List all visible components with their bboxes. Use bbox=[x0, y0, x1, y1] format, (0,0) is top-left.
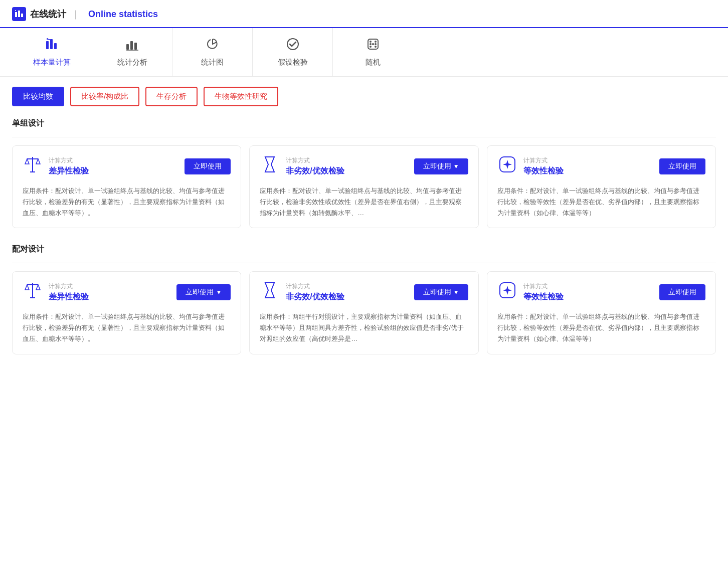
svg-point-17 bbox=[370, 46, 372, 48]
svg-rect-10 bbox=[130, 41, 133, 50]
section-divider-1 bbox=[12, 137, 716, 137]
card-info-equiv-1: 计算方式 等效性检验 bbox=[523, 156, 564, 176]
svg-rect-9 bbox=[126, 44, 129, 50]
use-btn-noninf-1[interactable]: 立即使用 ▼ bbox=[414, 158, 468, 174]
card-name-noninf-1: 非劣效/优效检验 bbox=[286, 166, 344, 176]
calc-label-noninf-1: 计算方式 bbox=[286, 156, 344, 165]
card-header-noninf-2: 计算方式 非劣效/优效检验 立即使用 ▼ bbox=[260, 281, 468, 303]
svg-rect-5 bbox=[50, 39, 53, 49]
tab-sample-size[interactable]: 样本量计算 bbox=[12, 28, 92, 76]
tab-stats-label: 统计分析 bbox=[117, 58, 147, 67]
card-info-noninf-1: 计算方式 非劣效/优效检验 bbox=[286, 156, 344, 176]
card-noninf-test-1: 计算方式 非劣效/优效检验 立即使用 ▼ 应用条件：配对设计、单一试验组终点与基… bbox=[249, 145, 478, 228]
svg-rect-0 bbox=[15, 12, 17, 17]
section-title-single: 单组设计 bbox=[12, 118, 716, 129]
svg-line-8 bbox=[47, 39, 51, 40]
card-info-noninf-2: 计算方式 非劣效/优效检验 bbox=[286, 282, 344, 302]
header-inner: 在线统计 ｜ Online statistics bbox=[12, 7, 716, 27]
card-header-equiv-1: 计算方式 等效性检验 立即使用 bbox=[497, 155, 705, 177]
calc-label-noninf-2: 计算方式 bbox=[286, 282, 344, 291]
svg-rect-11 bbox=[134, 43, 137, 50]
svg-rect-2 bbox=[21, 14, 23, 17]
nav-tabs: 样本量计算 统计分析 统计图 假设 bbox=[0, 28, 728, 77]
svg-rect-1 bbox=[18, 11, 20, 17]
sub-tab-compare-mean[interactable]: 比较均数 bbox=[12, 87, 64, 106]
stats-chart-icon bbox=[206, 37, 220, 55]
card-equiv-test-1: 计算方式 等效性检验 立即使用 应用条件：配对设计、单一试验组终点与基线的比较、… bbox=[487, 145, 716, 228]
tab-chart-label: 统计图 bbox=[201, 58, 224, 67]
sample-size-icon bbox=[45, 37, 59, 55]
sub-tab-bioequiv[interactable]: 生物等效性研究 bbox=[204, 87, 278, 106]
sub-tab-survival[interactable]: 生存分析 bbox=[145, 87, 198, 106]
tab-stats-chart[interactable]: 统计图 bbox=[172, 28, 253, 76]
hourglass-icon-1 bbox=[260, 155, 280, 177]
btn-arrow-noninf-1: ▼ bbox=[453, 163, 459, 170]
tab-stats-analysis[interactable]: 统计分析 bbox=[92, 28, 172, 76]
card-diff-test-2: 计算方式 差异性检验 立即使用 ▼ 应用条件：配对设计、单一试验组终点与基线的比… bbox=[12, 271, 241, 354]
sub-tabs: 比较均数 比较率/构成比 生存分析 生物等效性研究 bbox=[12, 87, 716, 106]
tab-random-label: 随机 bbox=[366, 58, 381, 67]
btn-arrow-noninf-2: ▼ bbox=[453, 289, 459, 296]
card-header-noninf-1: 计算方式 非劣效/优效检验 立即使用 ▼ bbox=[260, 155, 468, 177]
app-logo-icon bbox=[12, 7, 26, 21]
section-paired-cards: 计算方式 差异性检验 立即使用 ▼ 应用条件：配对设计、单一试验组终点与基线的比… bbox=[12, 271, 716, 354]
tab-hypothesis-label: 假设检验 bbox=[278, 58, 308, 67]
card-header-equiv-2: 计算方式 等效性检验 立即使用 bbox=[497, 281, 705, 303]
use-btn-noninf-2[interactable]: 立即使用 ▼ bbox=[414, 284, 468, 300]
calc-label-diff-2: 计算方式 bbox=[49, 282, 89, 291]
stats-analysis-icon bbox=[125, 37, 139, 55]
svg-rect-4 bbox=[46, 41, 49, 49]
svg-point-20 bbox=[370, 43, 372, 45]
section-title-paired: 配对设计 bbox=[12, 244, 716, 255]
calc-label-equiv-1: 计算方式 bbox=[523, 156, 564, 165]
card-name-noninf-2: 非劣效/优效检验 bbox=[286, 292, 344, 302]
sub-tab-compare-rate[interactable]: 比较率/构成比 bbox=[70, 87, 139, 106]
page-title-en: Online statistics bbox=[88, 9, 158, 20]
card-name-diff-2: 差异性检验 bbox=[49, 292, 89, 302]
card-name-equiv-1: 等效性检验 bbox=[523, 166, 564, 176]
use-btn-equiv-2[interactable]: 立即使用 bbox=[659, 284, 705, 300]
use-btn-diff-1[interactable]: 立即使用 bbox=[185, 158, 231, 174]
card-info-diff-2: 计算方式 差异性检验 bbox=[49, 282, 89, 302]
hourglass-icon-2 bbox=[260, 281, 280, 303]
card-desc-noninf-2: 应用条件：两组平行对照设计，主要观察指标为计量资料（如血压、血糖水平等等）且两组… bbox=[260, 311, 468, 344]
tab-hypothesis[interactable]: 假设检验 bbox=[253, 28, 333, 76]
calc-label-diff-1: 计算方式 bbox=[49, 156, 89, 165]
header-divider: ｜ bbox=[71, 8, 80, 20]
card-desc-equiv-2: 应用条件：配对设计、单一试验组终点与基线的比较、均值与参考值进行比较，检验等效性… bbox=[497, 311, 705, 344]
balance-icon-1 bbox=[23, 155, 43, 177]
sparkle-icon-1 bbox=[497, 155, 517, 177]
card-left-equiv-2: 计算方式 等效性检验 bbox=[497, 281, 564, 303]
use-btn-equiv-1[interactable]: 立即使用 bbox=[659, 158, 705, 174]
card-desc-diff-2: 应用条件：配对设计、单一试验组终点与基线的比较、均值与参考值进行比较，检验差异的… bbox=[23, 311, 231, 344]
use-btn-diff-2[interactable]: 立即使用 ▼ bbox=[176, 284, 231, 300]
tab-random[interactable]: 随机 bbox=[333, 28, 413, 76]
svg-point-21 bbox=[375, 43, 377, 45]
sparkle-icon-2 bbox=[497, 281, 517, 303]
balance-icon-2 bbox=[23, 281, 43, 303]
main-content: 比较均数 比较率/构成比 生存分析 生物等效性研究 单组设计 bbox=[0, 77, 728, 381]
btn-arrow-diff-2: ▼ bbox=[216, 289, 222, 296]
card-info-diff-1: 计算方式 差异性检验 bbox=[49, 156, 89, 176]
svg-point-15 bbox=[370, 41, 372, 43]
section-single-cards: 计算方式 差异性检验 立即使用 应用条件：配对设计、单一试验组终点与基线的比较、… bbox=[12, 145, 716, 228]
random-icon bbox=[366, 37, 380, 55]
card-name-equiv-2: 等效性检验 bbox=[523, 292, 564, 302]
tab-sample-label: 样本量计算 bbox=[33, 58, 71, 67]
svg-point-19 bbox=[372, 43, 374, 45]
card-left-noninf-1: 计算方式 非劣效/优效检验 bbox=[260, 155, 344, 177]
page-title-cn: 在线统计 bbox=[30, 8, 66, 20]
card-left-diff-2: 计算方式 差异性检验 bbox=[23, 281, 89, 303]
card-noninf-test-2: 计算方式 非劣效/优效检验 立即使用 ▼ 应用条件：两组平行对照设计，主要观察指… bbox=[249, 271, 478, 354]
card-header-diff-1: 计算方式 差异性检验 立即使用 bbox=[23, 155, 231, 177]
card-left-equiv-1: 计算方式 等效性检验 bbox=[497, 155, 564, 177]
card-desc-equiv-1: 应用条件：配对设计、单一试验组终点与基线的比较、均值与参考值进行比较，检验等效性… bbox=[497, 185, 705, 219]
card-equiv-test-2: 计算方式 等效性检验 立即使用 应用条件：配对设计、单一试验组终点与基线的比较、… bbox=[487, 271, 716, 354]
svg-point-18 bbox=[375, 46, 377, 48]
card-desc-noninf-1: 应用条件：配对设计、单一试验组终点与基线的比较、均值与参考值进行比较，检验非劣效… bbox=[260, 185, 468, 219]
card-info-equiv-2: 计算方式 等效性检验 bbox=[523, 282, 564, 302]
card-header-diff-2: 计算方式 差异性检验 立即使用 ▼ bbox=[23, 281, 231, 303]
svg-rect-3 bbox=[15, 10, 16, 11]
section-divider-2 bbox=[12, 263, 716, 263]
card-left-noninf-2: 计算方式 非劣效/优效检验 bbox=[260, 281, 344, 303]
